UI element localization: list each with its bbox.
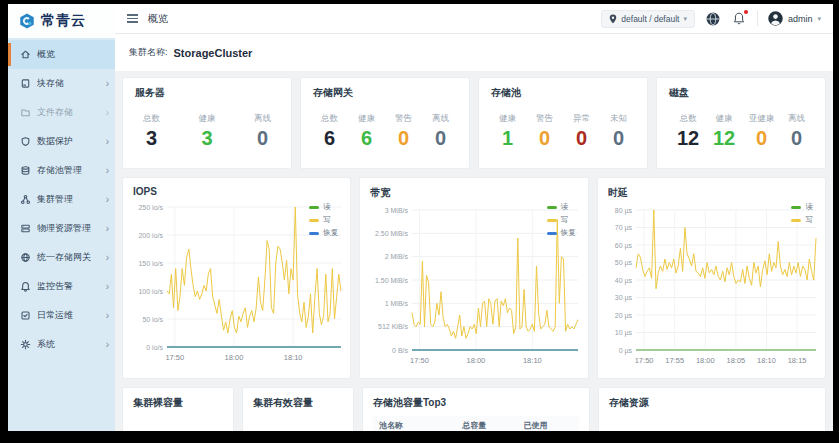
stat-value: 0 [610,127,627,149]
stat-离线: 离线0 [432,113,449,149]
legend-item-写[interactable]: 写 [547,215,576,225]
chart-legend: 读写 [791,202,813,225]
stat-健康: 健康6 [358,113,375,149]
stat-label: 总数 [321,113,338,125]
legend-item-读[interactable]: 读 [309,202,338,212]
sidebar-item-label: 监控告警 [37,280,100,293]
legend-label: 恢复 [561,228,576,238]
legend-item-恢复[interactable]: 恢复 [309,228,338,238]
stat-value: 3 [199,127,216,149]
legend-label: 恢复 [323,228,338,238]
sidebar-item-file-storage[interactable]: 文件存储› [8,98,115,127]
stat-label: 总数 [677,113,699,125]
svg-text:150 io/s: 150 io/s [138,260,163,267]
stat-value: 0 [749,127,775,149]
sidebar-item-gateway[interactable]: 统一存储网关› [8,243,115,272]
svg-text:18:00: 18:00 [225,353,244,362]
region-selector[interactable]: default / default ▾ [601,10,695,28]
sidebar-item-physical-resource[interactable]: 物理资源管理› [8,214,115,243]
block-storage-icon [20,78,31,89]
sidebar-item-system-gear[interactable]: 系统› [8,330,115,359]
sidebar-item-storage-pool[interactable]: 存储池管理› [8,156,115,185]
language-globe-icon[interactable] [705,11,721,27]
sidebar-item-block-storage[interactable]: 块存储› [8,69,115,98]
legend-item-写[interactable]: 写 [791,215,813,225]
chart-legend: 读写恢复 [547,202,576,238]
sidebar-item-home[interactable]: 概览 [8,40,115,69]
alarm-bell-icon [20,281,31,292]
gateway-icon [20,252,31,263]
svg-text:50 io/s: 50 io/s [142,316,163,323]
svg-text:30 µs: 30 µs [614,294,632,302]
menu-fold-icon[interactable] [127,14,138,23]
header-divider [757,11,758,26]
cluster-name-label: 集群名称: [129,46,168,59]
svg-text:3 MiB/s: 3 MiB/s [385,207,409,214]
sidebar-item-label: 日常运维 [37,309,100,322]
charts-row: IOPS0 io/s50 io/s100 io/s150 io/s200 io/… [122,177,826,379]
main-area: 概览 default / default ▾ [115,4,833,431]
stat-columns: 健康1警告0异常0未知0 [491,113,635,149]
logo-text: 常青云 [41,12,86,30]
svg-text:250 io/s: 250 io/s [138,204,163,211]
sidebar-item-label: 统一存储网关 [37,251,100,264]
svg-text:2.50 MiB/s: 2.50 MiB/s [375,230,409,237]
location-pin-icon [609,14,617,24]
stat-value: 0 [788,127,805,149]
legend-label: 读 [561,202,569,212]
stat-警告: 警告0 [395,113,412,149]
stat-card-title: 磁盘 [669,86,813,100]
legend-item-读[interactable]: 读 [547,202,576,212]
notification-bell-icon[interactable] [731,11,747,27]
legend-item-恢复[interactable]: 恢复 [547,228,576,238]
effective-capacity-panel: 集群有效容量 [242,387,354,431]
chevron-down-icon: ▾ [817,15,821,23]
stat-label: 离线 [254,113,271,125]
stat-异常: 异常0 [573,113,590,149]
legend-item-读[interactable]: 读 [791,202,813,212]
user-menu[interactable]: admin ▾ [768,11,821,26]
svg-text:40 µs: 40 µs [614,277,632,285]
stat-value: 0 [536,127,553,149]
logo[interactable]: 常青云 [8,4,115,38]
stat-card: 服务器总数3健康3离线0 [122,77,292,169]
stat-cards-row: 服务器总数3健康3离线0存储网关总数6健康6警告0离线0存储池健康1警告0异常0… [122,77,826,169]
stat-card-title: 存储池 [491,86,635,100]
username: admin [788,14,813,24]
chevron-right-icon: › [106,282,109,292]
region-selector-value: default / default [621,14,679,24]
stat-离线: 离线0 [788,113,805,149]
sidebar-item-label: 系统 [37,338,100,351]
chart-title: 带宽 [370,186,577,200]
sidebar-item-ops[interactable]: 日常运维› [8,301,115,330]
sidebar-item-cluster[interactable]: 集群管理› [8,185,115,214]
chevron-right-icon: › [106,195,109,205]
svg-text:18:00: 18:00 [467,356,486,365]
svg-text:60 µs: 60 µs [614,242,632,250]
stat-value: 6 [321,127,338,149]
svg-text:1.50 MiB/s: 1.50 MiB/s [375,277,409,284]
stat-value: 6 [358,127,375,149]
legend-marker [547,206,557,209]
dashboard-content: 服务器总数3健康3离线0存储网关总数6健康6警告0离线0存储池健康1警告0异常0… [115,71,833,431]
svg-text:17:50: 17:50 [165,353,184,362]
legend-marker [309,232,319,235]
stat-card-title: 存储网关 [313,86,457,100]
stat-健康: 健康12 [713,113,735,149]
legend-item-写[interactable]: 写 [309,215,338,225]
sidebar-item-data-protection[interactable]: 数据保护› [8,127,115,156]
stat-亚健康: 亚健康0 [749,113,775,149]
svg-text:17:50: 17:50 [410,356,429,365]
svg-text:18:15: 18:15 [787,356,806,365]
legend-marker [791,206,801,209]
sidebar-item-alarm-bell[interactable]: 监控告警› [8,272,115,301]
sidebar-menu: 概览块存储›文件存储›数据保护›存储池管理›集群管理›物理资源管理›统一存储网关… [8,38,115,431]
sidebar-item-label: 物理资源管理 [37,222,100,235]
svg-text:512 KiB/s: 512 KiB/s [378,323,408,330]
panel-title: 集群有效容量 [253,396,343,410]
latency-plot: 0 µs10 µs20 µs30 µs40 µs50 µs60 µs70 µs8… [608,200,822,366]
svg-text:1 MiB/s: 1 MiB/s [385,300,409,307]
panel-title: 存储资源 [609,396,815,410]
chevron-down-icon: ▾ [683,15,687,23]
stat-label: 警告 [395,113,412,125]
